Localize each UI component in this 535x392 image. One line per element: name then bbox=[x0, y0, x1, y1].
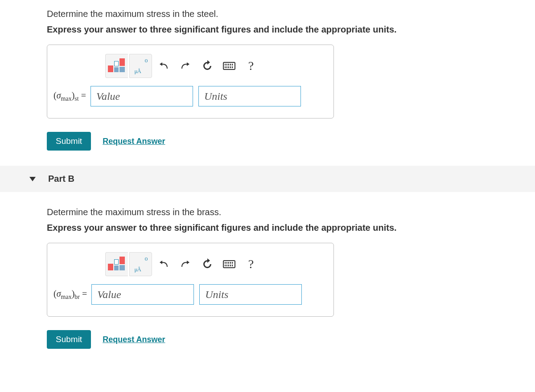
templates-button[interactable] bbox=[105, 54, 128, 78]
part-b-instruction: Express your answer to three significant… bbox=[47, 223, 535, 233]
templates-button[interactable] bbox=[105, 252, 128, 276]
part-a-request-answer-link[interactable]: Request Answer bbox=[103, 137, 165, 146]
redo-button[interactable] bbox=[175, 54, 196, 78]
templates-icon bbox=[108, 257, 126, 272]
part-b-units-input[interactable]: Units bbox=[199, 284, 302, 305]
undo-button[interactable] bbox=[153, 54, 174, 78]
part-b-value-input[interactable]: Value bbox=[91, 284, 194, 305]
undo-button[interactable] bbox=[153, 252, 174, 276]
part-a-units-input[interactable]: Units bbox=[198, 86, 301, 106]
reset-button[interactable] bbox=[197, 252, 218, 276]
part-a-toolbar: oμÅ ? bbox=[105, 54, 333, 78]
part-b-header[interactable]: Part B bbox=[0, 166, 535, 192]
templates-icon bbox=[108, 58, 126, 74]
format-icon: oμÅ bbox=[133, 58, 149, 74]
redo-icon bbox=[180, 61, 191, 71]
part-a-answer-box: oμÅ ? (σmax)st = Value Units bbox=[47, 45, 334, 118]
part-b-variable-label: (σmax)br = bbox=[54, 289, 87, 301]
help-button[interactable]: ? bbox=[241, 54, 261, 78]
part-b-title: Part B bbox=[48, 174, 74, 184]
part-b-request-answer-link[interactable]: Request Answer bbox=[103, 335, 165, 344]
part-b-prompt: Determine the maximum stress in the bras… bbox=[47, 207, 535, 217]
keyboard-icon bbox=[223, 62, 235, 70]
undo-icon bbox=[158, 61, 169, 71]
keyboard-icon bbox=[223, 260, 235, 268]
part-a-variable-label: (σmax)st = bbox=[54, 90, 86, 102]
part-b-answer-box: oμÅ ? (σmax)br = Value Units bbox=[47, 243, 334, 317]
part-a-prompt: Determine the maximum stress in the stee… bbox=[47, 9, 535, 19]
reset-icon bbox=[202, 258, 213, 270]
part-a-instruction: Express your answer to three significant… bbox=[47, 24, 535, 35]
part-a-value-input[interactable]: Value bbox=[91, 86, 193, 106]
help-button[interactable]: ? bbox=[241, 252, 261, 276]
redo-icon bbox=[180, 259, 191, 270]
reset-button[interactable] bbox=[197, 54, 218, 78]
collapse-icon bbox=[29, 177, 36, 181]
keyboard-button[interactable] bbox=[219, 252, 239, 276]
keyboard-button[interactable] bbox=[219, 54, 239, 78]
redo-button[interactable] bbox=[175, 252, 196, 276]
format-button[interactable]: oμÅ bbox=[129, 252, 152, 276]
part-b-toolbar: oμÅ ? bbox=[105, 252, 333, 276]
format-icon: oμÅ bbox=[133, 256, 149, 272]
format-button[interactable]: oμÅ bbox=[129, 54, 152, 78]
reset-icon bbox=[202, 60, 213, 72]
part-a-submit-button[interactable]: Submit bbox=[47, 132, 91, 151]
undo-icon bbox=[158, 259, 169, 270]
part-b-submit-button[interactable]: Submit bbox=[47, 330, 91, 349]
